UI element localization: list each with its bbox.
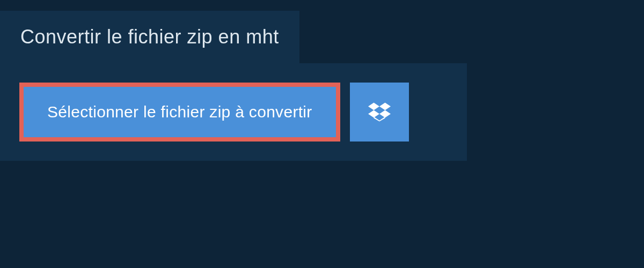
page-title: Convertir le fichier zip en mht [20,26,279,48]
select-file-button[interactable]: Sélectionner le fichier zip à convertir [19,83,340,142]
dropbox-icon [368,101,391,123]
dropbox-button[interactable] [350,83,409,142]
button-row: Sélectionner le fichier zip à convertir [19,83,448,142]
upload-panel: Sélectionner le fichier zip à convertir [0,63,467,161]
header-tab: Convertir le fichier zip en mht [0,11,299,63]
